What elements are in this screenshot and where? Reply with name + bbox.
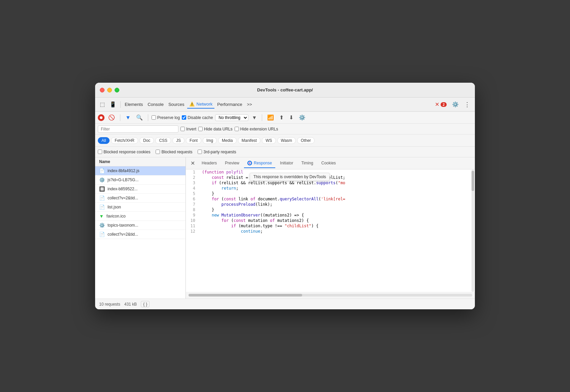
name-column-header: Name — [99, 159, 110, 164]
file-name-ga: js?id=G-LB75G... — [108, 178, 138, 182]
tab-performance[interactable]: Performance — [215, 101, 244, 108]
file-item-favicon[interactable]: ▼ favicon.ico — [95, 212, 186, 221]
type-btn-all[interactable]: All — [98, 137, 110, 144]
file-item-index-b[interactable]: 🔲 index-b859522... — [95, 185, 186, 194]
vertical-scrollbar[interactable] — [472, 169, 474, 292]
throttle-dropdown-btn[interactable]: ▼ — [250, 114, 259, 121]
detail-tab-headers[interactable]: Headers — [198, 159, 220, 168]
code-table: 1 (function polyfil 2 const relList = do… — [186, 169, 475, 234]
file-icon-ga: ⚙️ — [99, 177, 105, 183]
titlebar: DevTools - coffee-cart.app/ — [95, 83, 475, 97]
detail-tab-cookies[interactable]: Cookies — [318, 159, 339, 168]
sep3 — [262, 114, 262, 121]
maximize-button[interactable] — [115, 88, 119, 92]
inspect-element-btn[interactable]: ⬚ — [98, 100, 107, 109]
type-btn-fetch-xhr[interactable]: Fetch/XHR — [111, 137, 138, 144]
detail-tab-preview[interactable]: Preview — [221, 159, 243, 168]
code-line-1: 1 (function polyfil — [186, 169, 475, 175]
download-btn[interactable]: ⬇ — [287, 113, 295, 122]
type-btn-media[interactable]: Media — [218, 137, 237, 144]
detail-tab-initiator[interactable]: Initiator — [277, 159, 296, 168]
preserve-log-label[interactable]: Preserve log — [152, 115, 180, 120]
file-item-list-json[interactable]: 📄 list.json — [95, 203, 186, 212]
minimize-button[interactable] — [107, 88, 112, 92]
settings-btn[interactable]: ⚙️ — [450, 100, 461, 109]
record-btn[interactable] — [98, 114, 105, 121]
hide-data-urls-label[interactable]: Hide data URLs — [198, 127, 233, 131]
more-tabs-btn[interactable]: >> — [245, 101, 254, 108]
code-line-11: 11 if (mutation.type !== "childList") { — [186, 223, 475, 229]
more-options-btn[interactable]: ⋮ — [462, 100, 472, 110]
type-btn-manifest[interactable]: Manifest — [238, 137, 260, 144]
file-item-index-js[interactable]: 📄 index-8bfa4912.js — [95, 166, 186, 175]
preserve-log-checkbox[interactable] — [152, 115, 156, 120]
type-btn-wasm[interactable]: Wasm — [277, 137, 296, 144]
tab-network-label: Network — [197, 102, 213, 107]
tab-console[interactable]: Console — [146, 101, 166, 108]
line-num-1: 1 — [186, 169, 199, 175]
device-toggle-btn[interactable]: 📱 — [108, 100, 118, 109]
type-btn-img[interactable]: Img — [203, 137, 217, 144]
third-party-requests-text: 3rd-party requests — [203, 150, 236, 154]
type-btn-doc[interactable]: Doc — [139, 137, 154, 144]
file-item-topics[interactable]: ⚙️ topics-taxonom... — [95, 221, 186, 230]
detail-tab-response[interactable]: Response — [244, 159, 275, 168]
response-dot — [249, 162, 250, 164]
line-num-3: 3 — [186, 180, 199, 186]
code-area[interactable]: This response is overridden by DevTools … — [186, 169, 475, 292]
horizontal-scrollbar-area — [186, 292, 475, 299]
clear-btn[interactable]: 🚫 — [107, 113, 117, 122]
line-num-2: 2 — [186, 175, 199, 180]
line-code-6: for (const link of document.querySelecto… — [199, 196, 475, 202]
throttle-select[interactable]: No throttling Fast 3G Slow 3G — [215, 114, 248, 121]
main-panel: Name 📄 index-8bfa4912.js ⚙️ js?id=G-LB75… — [95, 157, 475, 299]
network-settings-btn[interactable]: ⚙️ — [297, 113, 307, 122]
third-party-requests-checkbox[interactable] — [198, 150, 202, 154]
line-code-9: new MutationObserver((mutations2) => { — [199, 212, 475, 218]
file-icon-list-json: 📄 — [99, 204, 105, 210]
type-btn-font[interactable]: Font — [186, 137, 201, 144]
code-line-9: 9 new MutationObserver((mutations2) => { — [186, 212, 475, 218]
close-detail-btn[interactable]: ✕ — [189, 159, 197, 167]
hide-extension-urls-checkbox[interactable] — [235, 127, 239, 131]
horizontal-scrolltrack[interactable] — [189, 294, 472, 297]
blocked-response-cookies-label[interactable]: Blocked response cookies — [98, 150, 150, 154]
network-toolbar: 🚫 ▼ 🔍 Preserve log Disable cache No thro… — [95, 112, 475, 124]
disable-cache-label[interactable]: Disable cache — [182, 115, 213, 120]
tab-elements[interactable]: Elements — [123, 101, 145, 108]
blocked-requests-label[interactable]: Blocked requests — [156, 150, 192, 154]
invert-text: Invert — [186, 127, 196, 131]
file-name-index-b: index-b859522... — [108, 187, 137, 191]
blocked-response-cookies-checkbox[interactable] — [98, 150, 102, 154]
detail-tab-timing[interactable]: Timing — [298, 159, 317, 168]
type-btn-css[interactable]: CSS — [155, 137, 171, 144]
filter-input[interactable] — [98, 125, 178, 133]
disable-cache-checkbox[interactable] — [182, 115, 186, 120]
close-button[interactable] — [100, 88, 105, 92]
invert-label[interactable]: Invert — [180, 127, 196, 131]
third-party-requests-label[interactable]: 3rd-party requests — [198, 150, 236, 154]
line-code-8: } — [199, 207, 475, 212]
code-line-12: 12 continue; — [186, 229, 475, 234]
filter-btn[interactable]: ▼ — [124, 114, 132, 122]
file-item-ga-js[interactable]: ⚙️ js?id=G-LB75G... — [95, 175, 186, 185]
blocked-requests-checkbox[interactable] — [156, 150, 160, 154]
response-indicator — [247, 161, 252, 165]
tab-network[interactable]: ⚠️ Network — [187, 100, 215, 109]
format-btn[interactable]: { } — [141, 301, 150, 307]
type-btn-ws[interactable]: WS — [262, 137, 276, 144]
file-list: Name 📄 index-8bfa4912.js ⚙️ js?id=G-LB75… — [95, 157, 186, 299]
file-item-collect2[interactable]: 📄 collect?v=2&tid... — [95, 230, 186, 239]
search-btn[interactable]: 🔍 — [134, 113, 145, 122]
type-btn-js[interactable]: JS — [172, 137, 185, 144]
wifi-icon-btn[interactable]: 📶 — [266, 113, 276, 122]
sep1 — [120, 114, 120, 121]
upload-btn[interactable]: ⬆ — [278, 113, 285, 122]
hide-data-urls-checkbox[interactable] — [198, 127, 203, 131]
invert-checkbox[interactable] — [180, 127, 185, 131]
file-item-collect1[interactable]: 📄 collect?v=2&tid... — [95, 194, 186, 203]
type-btn-other[interactable]: Other — [297, 137, 315, 144]
tab-sources[interactable]: Sources — [166, 101, 187, 108]
error-badge-btn[interactable]: ✕ 2 — [433, 100, 449, 109]
hide-extension-urls-label[interactable]: Hide extension URLs — [235, 127, 278, 131]
